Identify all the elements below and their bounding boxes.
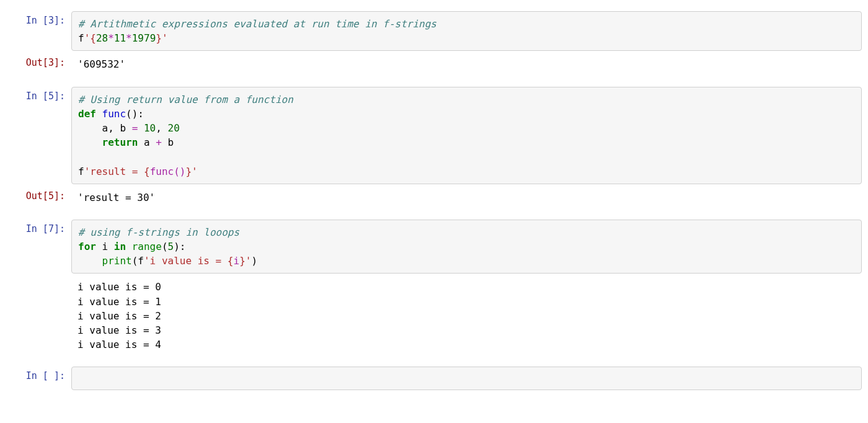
brace: { <box>90 32 96 44</box>
input-prompt: In [ ]: <box>6 367 71 381</box>
f-prefix: f <box>78 32 84 44</box>
code-cell: In [3]: # Artithmetic expressions evalua… <box>6 11 862 51</box>
empty-prompt <box>6 276 71 280</box>
builtin-range: range <box>132 241 162 252</box>
code-cell: In [5]: # Using return value from a func… <box>6 87 862 184</box>
code-input[interactable] <box>71 367 862 390</box>
input-prompt: In [5]: <box>6 87 71 102</box>
output-cell: Out[5]: 'result = 30' <box>6 187 862 208</box>
output-cell: Out[3]: '609532' <box>6 53 862 75</box>
output-prompt: Out[3]: <box>6 53 71 68</box>
keyword-return: return <box>102 136 138 148</box>
input-prompt: In [3]: <box>6 11 71 26</box>
code-input[interactable]: # Artithmetic expressions evaluated at r… <box>71 11 862 51</box>
code-cell: In [7]: # using f-strings in looops for … <box>6 220 862 274</box>
comment: # Using return value from a function <box>78 94 293 105</box>
builtin-print: print <box>102 255 132 267</box>
keyword-for: for <box>78 241 96 252</box>
comment: # Artithmetic expressions evaluated at r… <box>78 18 436 30</box>
comment: # using f-strings in looops <box>78 226 239 238</box>
quote: ' <box>162 32 168 44</box>
func-name: func <box>102 108 126 120</box>
code-input[interactable]: # using f-strings in looops for i in ran… <box>71 220 862 274</box>
code-input[interactable]: # Using return value from a function def… <box>71 87 862 184</box>
interp: 28*11*1979 <box>96 32 156 44</box>
brace: } <box>156 32 162 44</box>
keyword-in: in <box>114 241 126 252</box>
output-prompt: Out[5]: <box>6 187 71 202</box>
input-prompt: In [7]: <box>6 220 71 234</box>
keyword-def: def <box>78 108 96 120</box>
stream-output: i value is = 0 i value is = 1 i value is… <box>71 276 862 355</box>
output-text: 'result = 30' <box>71 187 862 208</box>
quote: ' <box>84 32 91 44</box>
output-text: '609532' <box>71 53 862 75</box>
stream-output-cell: i value is = 0 i value is = 1 i value is… <box>6 276 862 355</box>
code-cell: In [ ]: <box>6 367 862 390</box>
